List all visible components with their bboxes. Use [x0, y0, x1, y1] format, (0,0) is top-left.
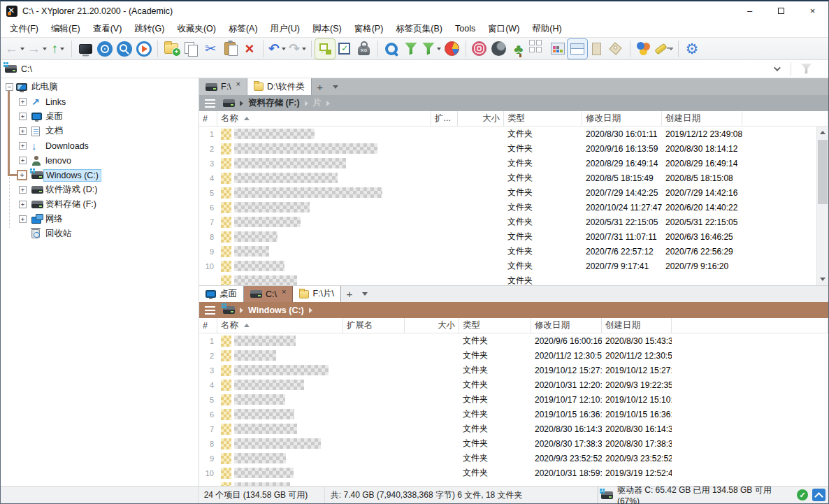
delete-button[interactable]: ×	[240, 39, 259, 59]
column-header-大小[interactable]: 大小	[458, 111, 504, 126]
menu-item-2[interactable]: 编辑(E)	[45, 20, 87, 37]
new-tab-button[interactable]: +	[341, 286, 358, 302]
close-button[interactable]: ×	[797, 1, 828, 20]
dropdown-caret-icon[interactable]	[43, 48, 47, 50]
tab-桌面[interactable]: 桌面	[199, 286, 244, 302]
tree-expander[interactable]: −	[6, 83, 13, 91]
hamburger-menu-icon[interactable]	[205, 103, 215, 104]
tree-expander[interactable]: +	[19, 98, 27, 106]
refresh-button[interactable]	[134, 39, 154, 59]
spiral-button[interactable]	[470, 39, 489, 59]
dropdown-caret-icon[interactable]	[282, 48, 286, 50]
dropdown-caret-icon[interactable]	[20, 48, 24, 50]
menu-item-6[interactable]: 标签(A)	[222, 20, 264, 37]
column-header-类型[interactable]: 类型	[504, 111, 582, 126]
column-header-创建日期[interactable]: 创建日期	[662, 111, 742, 126]
column-header-名称[interactable]: 名称	[217, 111, 431, 126]
minimize-button[interactable]: –	[734, 1, 765, 20]
new-tab-button[interactable]: +	[312, 78, 329, 95]
filter-button[interactable]	[401, 39, 421, 59]
table-row[interactable]: 4文件夹2020/8/5 18:15:492020/8/5 18:15:08	[199, 171, 828, 185]
table-row[interactable]: 2文件夹2020/11/2 12:30:532020/11/2 12:30:53	[199, 348, 828, 363]
tree-item-lenovo[interactable]: +lenovo	[1, 153, 199, 168]
dual-pane-button[interactable]	[568, 39, 587, 59]
tree-expander[interactable]: +	[17, 170, 27, 180]
tree-item-links[interactable]: +↗Links	[1, 94, 199, 109]
table-row[interactable]: 7文件夹2020/5/31 22:15:052020/5/31 22:15:05	[199, 215, 828, 229]
filter-drop-button[interactable]	[421, 39, 442, 59]
tab-close-icon[interactable]: ×	[282, 287, 286, 296]
back-button[interactable]: ←	[3, 39, 26, 59]
tab-list-button[interactable]	[358, 286, 372, 302]
tree-item-downloads[interactable]: +↓Downloads	[1, 138, 199, 153]
table-row[interactable]	[199, 480, 828, 486]
table-row[interactable]: 6文件夹2019/10/15 16:36:242019/10/15 16:36:…	[199, 407, 828, 422]
tag-button[interactable]	[607, 39, 626, 59]
dropdown-caret-icon[interactable]	[302, 48, 306, 50]
column-header-num[interactable]: #	[199, 111, 217, 126]
table-row[interactable]: 8文件夹2020/8/30 17:38:342020/8/30 17:38:34	[199, 436, 828, 451]
menu-item-11[interactable]: Tools	[449, 20, 482, 37]
vertical-scrollbar[interactable]	[816, 127, 828, 285]
dropdown-caret-icon[interactable]	[60, 48, 64, 50]
tree-item--[interactable]: +文档	[1, 124, 199, 138]
tree-expander[interactable]: +	[19, 127, 27, 135]
tab-d-软件类[interactable]: D:\软件类	[247, 78, 311, 95]
tree-expander[interactable]: +	[19, 157, 27, 164]
menu-item-5[interactable]: 收藏夹(O)	[171, 20, 222, 37]
table-row[interactable]: 5文件夹2019/10/17 12:10:292019/10/12 15:10:…	[199, 392, 828, 407]
stats-pie-button[interactable]	[442, 39, 462, 59]
menu-item-13[interactable]: 帮助(H)	[526, 20, 568, 37]
table-row[interactable]: 6文件夹2020/10/24 11:27:472020/6/20 14:40:2…	[199, 200, 828, 215]
table-row[interactable]: 1文件夹2020/8/30 16:01:112019/12/12 23:49:0…	[199, 127, 828, 141]
column-header-修改日期[interactable]: 修改日期	[582, 111, 662, 126]
menu-item-10[interactable]: 标签页集(B)	[389, 20, 449, 37]
table-row[interactable]: 8文件夹2020/7/31 11:07:112020/6/3 16:46:25	[199, 229, 828, 244]
goto-target-button[interactable]	[95, 39, 115, 59]
table-row[interactable]: 5文件夹2020/7/29 14:42:252020/7/29 14:42:16	[199, 185, 828, 200]
tab-close-icon[interactable]: ×	[236, 80, 240, 88]
thumbnails-button[interactable]	[528, 39, 548, 59]
tree-expander[interactable]: +	[19, 142, 27, 150]
table-row[interactable]: 1文件夹2020/9/6 16:00:162020/8/30 15:43:31	[199, 333, 828, 348]
funnel-gray-icon[interactable]	[801, 64, 812, 74]
table-row[interactable]: 9文件夹2020/9/3 23:52:522020/9/3 23:52:52	[199, 451, 828, 466]
column-header-类型[interactable]: 类型	[459, 318, 531, 333]
tree-expander[interactable]: +	[19, 201, 27, 208]
tree-expander[interactable]: +	[19, 215, 27, 223]
breadcrumb-segment[interactable]: Windows (C:)	[248, 305, 304, 315]
dropdown-caret-icon[interactable]	[437, 48, 441, 50]
table-row[interactable]: 文件夹	[199, 273, 828, 285]
up-button[interactable]: ↑	[48, 39, 68, 59]
column-header-修改日期[interactable]: 修改日期	[531, 318, 602, 333]
forward-button[interactable]: →	[26, 39, 48, 59]
tab-c-[interactable]: C:\×	[244, 286, 293, 302]
scroll-down-button[interactable]	[817, 273, 828, 285]
tree-item--[interactable]: +桌面	[1, 109, 199, 124]
redo-button[interactable]: ↷	[287, 39, 308, 59]
column-header-创建日期[interactable]: 创建日期	[602, 318, 672, 333]
table-row[interactable]: 7文件夹2020/8/30 16:14:352020/8/30 16:14:35	[199, 422, 828, 436]
tree-expander[interactable]: +	[19, 113, 27, 120]
tree-item-windows-c-[interactable]: +Windows (C:)	[1, 168, 199, 182]
breadcrumb-segment[interactable]: 片	[313, 97, 322, 109]
tab-f-片-[interactable]: F:\片\	[293, 286, 341, 302]
details-view-button[interactable]	[548, 39, 568, 59]
tree-panel-button[interactable]	[315, 39, 335, 59]
table-row[interactable]: 2文件夹2020/9/16 16:13:592020/8/30 18:14:12	[199, 141, 828, 156]
table-row[interactable]: 4文件夹2020/10/31 12:20:252020/9/3 19:22:35	[199, 377, 828, 392]
menu-item-4[interactable]: 跳转(G)	[128, 20, 171, 37]
column-header-名称[interactable]: 名称	[217, 318, 343, 333]
tab-f-[interactable]: F:\×	[199, 78, 247, 95]
desktop-button[interactable]	[75, 39, 95, 59]
tree-expander[interactable]: +	[19, 186, 27, 194]
find-button[interactable]	[115, 39, 134, 59]
address-input[interactable]: C:\	[21, 64, 767, 74]
settings-gear-button[interactable]: ⚙	[682, 39, 702, 59]
column-header-扩展名[interactable]: 扩展名	[343, 318, 405, 333]
address-dropdown-button[interactable]	[767, 66, 785, 71]
cut-button[interactable]: ✂	[201, 39, 220, 59]
table-row[interactable]: 9文件夹2020/7/6 22:57:122020/7/6 22:56:29	[199, 244, 828, 259]
tree-item--f-[interactable]: +资料存储 (F:)	[1, 197, 199, 212]
table-row[interactable]: 3文件夹2020/8/29 16:49:142020/8/29 16:49:14	[199, 156, 828, 171]
